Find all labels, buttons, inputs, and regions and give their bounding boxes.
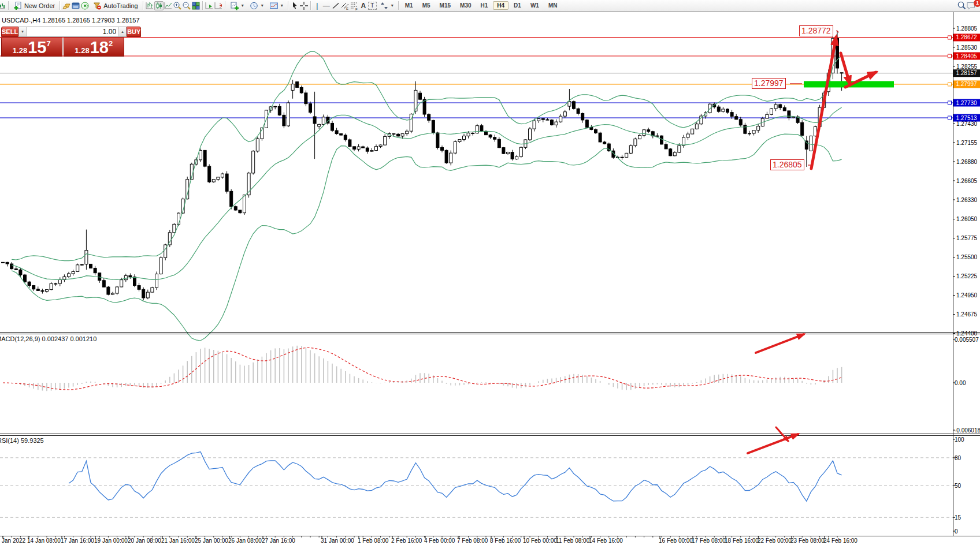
- one-click-trade-panel: SELL ▾ ▴ BUY 1.28 15 7 1.28 18 2: [1, 27, 124, 57]
- time-tick-label: 24 Feb 16:00: [823, 537, 858, 544]
- volume-input[interactable]: [27, 27, 118, 36]
- time-tick-label: 11 Feb 08:00: [556, 537, 590, 544]
- gold-symbols-icon[interactable]: [62, 1, 71, 10]
- svg-text:15: 15: [955, 514, 962, 521]
- rsi-axis: 1008050150: [953, 436, 964, 535]
- time-tick-label: 7 Feb 08:00: [457, 537, 488, 544]
- pullback-arrow[interactable]: [841, 53, 850, 84]
- price-badge-label: 1.28672: [956, 34, 977, 40]
- bar-chart-icon[interactable]: [145, 1, 154, 10]
- rsi-arrow-up[interactable]: [748, 434, 798, 453]
- rsi-value: 59.9325: [21, 437, 44, 444]
- time-tick-label: 19 Jan 00:00: [94, 537, 128, 544]
- chart-window-icon[interactable]: [0, 1, 6, 10]
- separator: [398, 1, 399, 10]
- time-axis: Jan 202214 Jan 08:0017 Jan 16:0019 Jan 0…: [2, 536, 858, 544]
- channel-icon[interactable]: E: [340, 1, 350, 10]
- new-order-button[interactable]: New Order: [10, 1, 58, 11]
- time-tick-label: 8 Feb 16:00: [490, 537, 521, 544]
- price-callout-high[interactable]: 1.28772: [799, 25, 833, 36]
- horizontal-line-icon[interactable]: —: [322, 1, 331, 10]
- level-anchor[interactable]: [948, 101, 952, 104]
- sell-price-box[interactable]: 1.28 15 7: [1, 38, 62, 57]
- chart-shift-icon[interactable]: [214, 1, 223, 10]
- buy-price-box[interactable]: 1.28 18 2: [64, 38, 125, 57]
- tile-windows-icon[interactable]: [191, 1, 201, 10]
- sell-button[interactable]: SELL: [1, 27, 18, 37]
- signal-icon[interactable]: [80, 1, 90, 10]
- svg-text:0: 0: [955, 528, 958, 535]
- time-tick-label: Jan 2022: [2, 537, 26, 544]
- search-icon[interactable]: [957, 1, 966, 10]
- timeframe-w1[interactable]: W1: [526, 1, 543, 10]
- chart-ohlc-header: USDCAD-,H4 1.28165 1.28165 1.27903 1.281…: [2, 17, 140, 24]
- price-callout-low[interactable]: 1.26805: [770, 159, 804, 170]
- macd-axis: 0.0055070.00-0.006018: [953, 337, 980, 434]
- timeframe-group: M1M5M15M30H1H4D1W1MN: [400, 1, 562, 10]
- shapes-button[interactable]: ▾: [377, 1, 396, 11]
- notifications-button[interactable]: 1: [966, 1, 979, 11]
- volume-up-button[interactable]: ▴: [118, 27, 127, 36]
- vertical-line-icon[interactable]: |: [313, 1, 322, 10]
- price-badge-label: 1.27730: [956, 100, 977, 106]
- timeframe-m5[interactable]: M5: [418, 1, 435, 10]
- buy-price-big: 18: [90, 40, 109, 55]
- line-chart-icon[interactable]: [164, 1, 173, 10]
- price-tick-label: 1.25775: [956, 235, 978, 241]
- level-anchor[interactable]: [948, 83, 952, 86]
- svg-text:-0.006018: -0.006018: [955, 427, 980, 434]
- buy-price-sup: 2: [109, 40, 113, 47]
- chart-canvas[interactable]: 1.288051.285301.282551.274301.271551.268…: [0, 0, 980, 545]
- zoom-out-icon[interactable]: [182, 1, 191, 10]
- timeframe-m30[interactable]: M30: [456, 1, 475, 10]
- dropdown-caret-icon: ▾: [281, 3, 283, 8]
- autotrading-icon: [92, 1, 102, 10]
- level-anchor[interactable]: [948, 116, 952, 120]
- market-depth-icon[interactable]: [71, 1, 80, 10]
- time-tick-label: 4 Feb 00:00: [424, 537, 455, 544]
- price-tick-label: 1.24400: [956, 330, 978, 337]
- template-button[interactable]: ▾: [266, 1, 286, 11]
- timeframe-d1[interactable]: D1: [510, 1, 525, 10]
- timeframe-h1[interactable]: H1: [477, 1, 492, 10]
- crosshair-icon[interactable]: [299, 1, 309, 10]
- candlestick-chart-icon[interactable]: [154, 1, 164, 10]
- price-tick-label: 1.28530: [956, 44, 978, 51]
- zoom-in-icon[interactable]: [173, 1, 182, 10]
- timeframe-mn[interactable]: MN: [544, 1, 562, 10]
- timeframe-m1[interactable]: M1: [401, 1, 417, 10]
- text-tool-icon[interactable]: A: [359, 1, 368, 10]
- price-tick-label: 1.25500: [956, 254, 978, 260]
- fibonacci-icon[interactable]: F: [350, 1, 359, 10]
- clock-icon: [250, 1, 259, 10]
- time-tick-label: 16 Feb 00:00: [659, 537, 693, 544]
- svg-text:0.005507: 0.005507: [955, 337, 979, 343]
- price-callout-zone[interactable]: 1.27997: [752, 78, 786, 89]
- cursor-icon[interactable]: [290, 1, 299, 10]
- volume-down-button[interactable]: ▾: [18, 27, 27, 36]
- level-anchor[interactable]: [948, 36, 952, 39]
- macd-arrow[interactable]: [756, 334, 804, 353]
- time-tick-label: 17 Feb 08:00: [692, 537, 726, 544]
- price-badge-label: 1.28405: [956, 53, 977, 59]
- price-tick-label: 1.24675: [956, 311, 978, 318]
- autotrading-button[interactable]: AutoTrading: [90, 1, 141, 11]
- separator: [225, 1, 225, 10]
- price-tick-label: 1.28805: [956, 25, 978, 32]
- time-tick-label: 23 Feb 08:00: [790, 537, 825, 544]
- period-button[interactable]: ▾: [247, 1, 266, 11]
- macd-signal-line: [3, 348, 842, 390]
- buy-button[interactable]: BUY: [127, 27, 141, 37]
- timeframe-h4[interactable]: H4: [493, 1, 508, 10]
- svg-text:F: F: [355, 7, 358, 10]
- trendline-icon[interactable]: [331, 1, 340, 10]
- price-axis: 1.288051.285301.282551.274301.271551.268…: [953, 25, 980, 337]
- new-chart-button[interactable]: ▾: [227, 1, 247, 11]
- label-tool-icon[interactable]: T: [368, 2, 377, 10]
- level-anchor[interactable]: [948, 54, 952, 58]
- macd-signal-value: 0.001210: [70, 335, 96, 342]
- separator: [143, 1, 143, 10]
- auto-scroll-icon[interactable]: [205, 1, 214, 10]
- rsi-name: RSI(14): [0, 437, 19, 444]
- timeframe-m15[interactable]: M15: [436, 1, 455, 10]
